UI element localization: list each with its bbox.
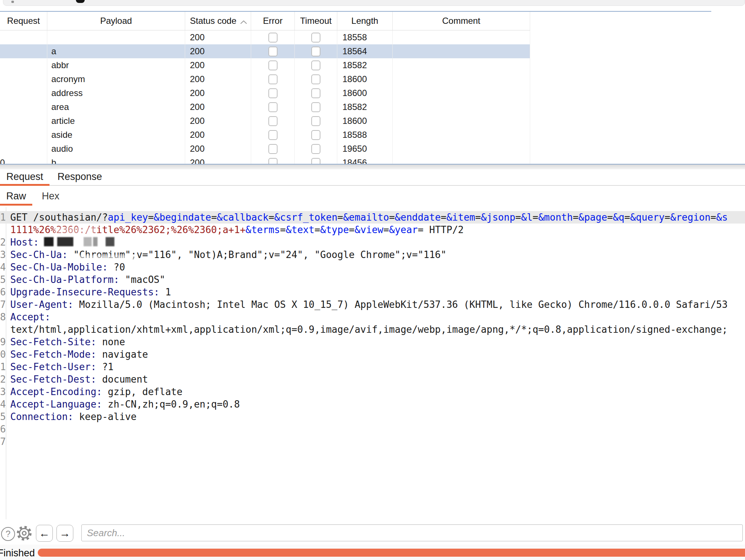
cell-status-code: 200 (185, 114, 251, 128)
editor-line: 1Sec-Fetch-User: ?1 (0, 361, 745, 373)
timeout-checkbox[interactable] (311, 88, 320, 98)
timeout-checkbox[interactable] (311, 116, 320, 126)
error-checkbox[interactable] (268, 102, 278, 112)
editor-line: 9Sec-Fetch-Site: none (0, 336, 745, 348)
editor-line-text: Connection: keep-alive (6, 410, 745, 423)
cell-length: 18600 (337, 86, 393, 100)
line-number: 7 (0, 435, 6, 448)
cell-comment (393, 114, 530, 128)
cell-request (0, 72, 47, 86)
editor-line-text: User-Agent: Mozilla/5.0 (Macintosh; Inte… (6, 298, 745, 311)
help-icon[interactable]: ? (1, 527, 15, 541)
table-row[interactable]: acronym20018600 (0, 72, 530, 86)
line-number: 4 (0, 398, 6, 410)
timeout-checkbox[interactable] (311, 47, 320, 56)
table-row[interactable]: a20018564 (0, 44, 530, 58)
search-input[interactable] (81, 524, 743, 541)
line-number (0, 224, 6, 236)
tab-raw[interactable]: Raw (0, 189, 32, 203)
cell-request (0, 58, 47, 72)
cell-request (0, 86, 47, 100)
error-checkbox[interactable] (268, 144, 278, 154)
column-header-payload[interactable]: Payload (47, 12, 185, 30)
timeout-checkbox[interactable] (311, 130, 320, 140)
editor-line: 1GET /southasian/?api_key=&begindate=&ca… (0, 211, 745, 224)
pane-splitter[interactable] (0, 165, 745, 169)
line-number: 2 (0, 236, 6, 248)
table-row[interactable]: area20018582 (0, 100, 530, 114)
cell-payload: article (47, 114, 185, 128)
table-row[interactable]: address20018600 (0, 86, 530, 100)
timeout-checkbox[interactable] (311, 144, 320, 154)
cell-payload: area (47, 100, 185, 114)
tab-response[interactable]: Response (49, 169, 110, 184)
results-table-body: 20018558a20018564abbr20018582acronym2001… (0, 30, 530, 165)
cell-length: 18558 (337, 30, 393, 44)
error-checkbox[interactable] (268, 60, 278, 70)
intruder-results-window: Request Payload Status code Error Timeou… (0, 0, 745, 560)
column-header-request[interactable]: Request (0, 12, 47, 30)
line-number: 2 (0, 373, 6, 386)
error-checkbox[interactable] (268, 130, 278, 140)
cell-comment (393, 72, 530, 86)
editor-line: 2Sec-Fetch-Dest: document (0, 373, 745, 386)
cell-error (251, 58, 295, 72)
cell-request: 0 (0, 156, 47, 165)
editor-line: 8Accept: (0, 311, 745, 323)
previous-button[interactable]: ← (36, 525, 53, 542)
column-header-status-code-label: Status code (190, 16, 236, 26)
cell-status-code: 200 (185, 142, 251, 156)
timeout-checkbox[interactable] (311, 60, 320, 70)
editor-line: 7User-Agent: Mozilla/5.0 (Macintosh; Int… (0, 298, 745, 311)
editor-line-text: Sec-Fetch-User: ?1 (6, 361, 745, 373)
column-header-error[interactable]: Error (251, 12, 295, 30)
editor-line: text/html,application/xhtml+xml,applicat… (0, 323, 745, 336)
editor-line-text: Sec-Fetch-Site: none (6, 336, 745, 348)
line-number: 0 (0, 348, 6, 361)
cell-request (0, 30, 47, 44)
error-checkbox[interactable] (268, 116, 278, 126)
table-row[interactable]: article20018600 (0, 114, 530, 128)
cell-status-code: 200 (185, 72, 251, 86)
gear-icon[interactable] (16, 525, 32, 543)
line-number: 3 (0, 386, 6, 398)
cell-payload: b (47, 156, 185, 165)
editor-line-text: Sec-Fetch-Dest: document (6, 373, 745, 386)
active-subtab-indicator (0, 204, 32, 206)
tab-request[interactable]: Request (0, 169, 49, 184)
tab-hex[interactable]: Hex (32, 189, 69, 203)
cell-timeout (295, 156, 337, 165)
table-row[interactable]: audio20019650 (0, 142, 530, 156)
table-row[interactable]: abbr20018582 (0, 58, 530, 72)
editor-line-text: Upgrade-Insecure-Requests: 1 (6, 286, 745, 298)
cell-timeout (295, 114, 337, 128)
editor-line: 3Accept-Encoding: gzip, deflate (0, 386, 745, 398)
table-row[interactable]: 0b20018456 (0, 156, 530, 165)
timeout-checkbox[interactable] (311, 74, 320, 84)
column-header-status-code[interactable]: Status code (185, 12, 251, 30)
next-button[interactable]: → (56, 525, 73, 542)
error-checkbox[interactable] (268, 74, 278, 84)
timeout-checkbox[interactable] (311, 33, 320, 43)
editor-line: 4Sec-Ch-Ua-Mobile: ?0 (0, 261, 745, 273)
table-row[interactable]: 20018558 (0, 30, 530, 44)
filter-bar[interactable] (3, 0, 745, 6)
results-table-header: Request Payload Status code Error Timeou… (0, 12, 530, 30)
error-checkbox[interactable] (268, 88, 278, 98)
redacted-host-block (93, 237, 98, 246)
timeout-checkbox[interactable] (311, 102, 320, 112)
column-header-comment[interactable]: Comment (393, 12, 530, 30)
cell-length: 18564 (337, 44, 393, 58)
column-header-timeout[interactable]: Timeout (295, 12, 337, 30)
redacted-host-block (57, 237, 73, 246)
error-checkbox[interactable] (268, 47, 278, 56)
cell-request (0, 142, 47, 156)
column-header-length[interactable]: Length (337, 12, 393, 30)
message-tabs: Request Response (0, 169, 745, 184)
editor-line-text: Sec-Ch-Ua-Mobile: ?0 (6, 261, 745, 273)
line-number (0, 323, 6, 336)
error-checkbox[interactable] (268, 33, 278, 43)
attack-progress-bar (38, 549, 745, 557)
table-row[interactable]: aside20018588 (0, 128, 530, 142)
editor-line: 4Accept-Language: zh-CN,zh;q=0.9,en;q=0.… (0, 398, 745, 410)
